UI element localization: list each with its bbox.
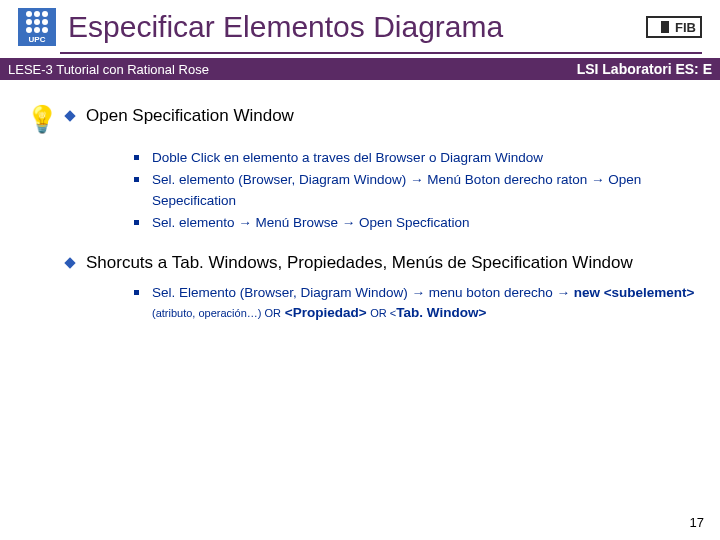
list-item: Doble Click en elemento a traves del Bro…: [134, 148, 696, 168]
sublist-1: Doble Click en elemento a traves del Bro…: [134, 148, 696, 233]
list-item: Sel. Elemento (Browser, Diagram Window) …: [134, 283, 696, 324]
bullet-2-text: Shorcuts a Tab. Windows, Propiedades, Me…: [86, 253, 633, 273]
list-item: Sel. elemento → Menú Browse → Open Specf…: [134, 213, 696, 233]
sub-header-left: LESE-3 Tutorial con Rational Rose: [8, 62, 209, 77]
diamond-bullet-icon: [64, 257, 75, 268]
fib-logo-text: FIB: [675, 20, 696, 35]
slide-body: 💡 Open Specification Window Doble Click …: [0, 80, 720, 324]
sublist-2: Sel. Elemento (Browser, Diagram Window) …: [134, 283, 696, 324]
bullet-row-2: Shorcuts a Tab. Windows, Propiedades, Me…: [24, 253, 696, 273]
upc-logo-text: UPC: [29, 35, 46, 44]
slide-title: Especificar Elementos Diagrama: [68, 10, 646, 44]
list-item: Sel. elemento (Browser, Diagram Window) …: [134, 170, 696, 211]
slide-header: UPC Especificar Elementos Diagrama FIB: [0, 0, 720, 50]
sub-header-right: LSI Laboratori ES: E: [577, 61, 712, 77]
page-number: 17: [690, 515, 704, 530]
diamond-bullet-icon: [64, 110, 75, 121]
bullet-1-text: Open Specification Window: [86, 106, 294, 126]
lightbulb-icon: 💡: [24, 106, 60, 138]
bullet-row-1: 💡 Open Specification Window: [24, 106, 696, 138]
title-underline: [60, 52, 702, 54]
upc-logo: UPC: [18, 8, 56, 46]
fib-logo: FIB: [646, 16, 702, 38]
sub-header-bar: LESE-3 Tutorial con Rational Rose LSI La…: [0, 58, 720, 80]
